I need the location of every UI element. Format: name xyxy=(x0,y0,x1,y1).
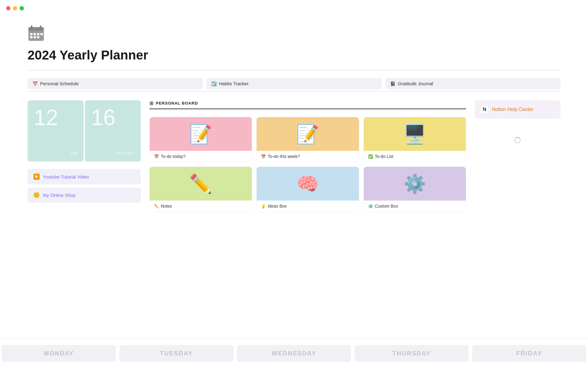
day-thursday[interactable]: THURSDAY xyxy=(355,345,469,362)
tab-bar: 📅 Personal Schedule ☑️ Habits Tracker 📓 … xyxy=(28,78,560,89)
page-icon xyxy=(28,25,560,43)
left-column: 12 PM 16 MONDAY ▶️ Youtube Tutorial Vide… xyxy=(28,100,141,212)
clock-day: MONDAY xyxy=(116,151,135,155)
clock-period: PM xyxy=(71,151,78,155)
board-grid: 📝 📅 To-do today? 📝 📅 To-do this week? xyxy=(149,117,466,212)
my-online-shop-link[interactable]: My Online Shop xyxy=(43,193,76,198)
card-todo-list[interactable]: 🖥️ ✅ To-do List xyxy=(364,117,466,162)
tab-personal-schedule[interactable]: 📅 Personal Schedule xyxy=(28,78,203,89)
card-notes-footer: ✏️ Notes xyxy=(150,201,252,212)
board-grid-icon: ⊞ xyxy=(149,100,153,106)
main-grid: 12 PM 16 MONDAY ▶️ Youtube Tutorial Vide… xyxy=(28,100,560,212)
board-divider xyxy=(149,110,466,111)
main-content: 2024 Yearly Planner 📅 Personal Schedule … xyxy=(0,0,588,236)
clock-minute-panel: 16 MONDAY xyxy=(85,100,141,162)
card-todo-today-icon: 📅 xyxy=(154,154,159,159)
card-custom-box-label: Custom Box xyxy=(375,204,398,209)
links-section: ▶️ Youtube Tutorial Video 🙂 My Online Sh… xyxy=(28,169,141,203)
shop-icon: 🙂 xyxy=(33,192,40,198)
board-title: PERSONAL BOARD xyxy=(156,101,198,105)
card-custom-box-icon: ⚙️ xyxy=(368,204,373,209)
youtube-tutorial-card[interactable]: ▶️ Youtube Tutorial Video xyxy=(28,169,141,184)
day-monday-label: MONDAY xyxy=(43,350,74,357)
board-header: ⊞ PERSONAL BOARD xyxy=(149,100,466,109)
card-todo-list-image: 🖥️ xyxy=(364,117,466,151)
svg-rect-9 xyxy=(30,36,32,38)
youtube-tutorial-link[interactable]: Youtube Tutorial Video xyxy=(43,174,89,179)
svg-rect-10 xyxy=(34,36,36,38)
right-column: N Notion Help Center xyxy=(475,100,560,212)
day-monday[interactable]: MONDAY xyxy=(2,345,116,362)
card-custom-box-image: ⚙️ xyxy=(364,167,466,201)
middle-column: ⊞ PERSONAL BOARD 📝 📅 To-do today? xyxy=(149,100,466,212)
card-ideas-box-label: Ideas Box xyxy=(268,204,287,209)
card-notes-image: ✏️ xyxy=(150,167,252,201)
tab-personal-schedule-label: Personal Schedule xyxy=(40,81,79,86)
card-todo-today-label: To-do today? xyxy=(161,154,186,159)
clock-widget: 12 PM 16 MONDAY xyxy=(28,100,141,162)
clock-hour: 12 xyxy=(34,106,77,128)
tab-habits-tracker-label: Habits Tracker xyxy=(219,81,249,86)
day-friday-label: FRIDAY xyxy=(516,350,542,357)
clock-hour-panel: 12 PM xyxy=(28,100,84,162)
day-tuesday-label: TUESDAY xyxy=(160,350,193,357)
card-todo-week-footer: 📅 To-do this week? xyxy=(257,151,359,162)
svg-rect-3 xyxy=(31,25,32,29)
spinner-animation xyxy=(514,137,521,143)
card-notes-label: Notes xyxy=(161,204,172,209)
card-todo-week[interactable]: 📝 📅 To-do this week? xyxy=(256,117,359,162)
card-ideas-box-footer: 💡 Ideas Box xyxy=(257,201,359,212)
svg-rect-11 xyxy=(37,36,40,38)
card-todo-list-label: To-do List xyxy=(375,154,394,159)
svg-rect-2 xyxy=(28,29,44,31)
card-todo-week-icon: 📅 xyxy=(261,154,266,159)
card-todo-today-footer: 📅 To-do today? xyxy=(150,151,252,162)
tab-gratitude-journal-label: Gratitude Journal xyxy=(398,81,433,86)
card-todo-today[interactable]: 📝 📅 To-do today? xyxy=(149,117,252,162)
traffic-lights xyxy=(6,6,24,10)
notion-icon: N xyxy=(480,105,489,114)
card-todo-list-icon: ✅ xyxy=(368,154,373,159)
card-ideas-box[interactable]: 🧠 💡 Ideas Box xyxy=(256,167,359,212)
my-online-shop-card[interactable]: 🙂 My Online Shop xyxy=(28,187,141,203)
day-bar: MONDAY TUESDAY WEDNESDAY THURSDAY FRIDAY xyxy=(0,339,588,368)
day-friday[interactable]: FRIDAY xyxy=(472,345,586,362)
svg-rect-8 xyxy=(40,33,43,35)
title-divider xyxy=(28,70,560,71)
day-wednesday[interactable]: WEDNESDAY xyxy=(237,345,351,362)
habits-tab-icon: ☑️ xyxy=(211,81,217,86)
youtube-icon: ▶️ xyxy=(33,173,40,180)
svg-rect-7 xyxy=(37,33,40,35)
svg-rect-4 xyxy=(40,25,41,29)
card-todo-today-image: 📝 xyxy=(150,117,252,151)
card-notes[interactable]: ✏️ ✏️ Notes xyxy=(149,167,252,212)
tab-gratitude-journal[interactable]: 📓 Gratitude Journal xyxy=(385,78,560,89)
calendar-tab-icon: 📅 xyxy=(32,81,38,86)
notion-help-label: Notion Help Center xyxy=(492,107,533,112)
journal-tab-icon: 📓 xyxy=(390,81,395,86)
card-todo-week-label: To-do this week? xyxy=(268,154,300,159)
card-custom-box-footer: ⚙️ Custom Box xyxy=(364,201,466,212)
card-ideas-box-icon: 💡 xyxy=(261,204,266,209)
notion-help-card[interactable]: N Notion Help Center xyxy=(475,100,560,119)
day-wednesday-label: WEDNESDAY xyxy=(272,350,316,357)
svg-rect-6 xyxy=(34,33,36,35)
card-todo-list-footer: ✅ To-do List xyxy=(364,151,466,162)
day-thursday-label: THURSDAY xyxy=(392,350,431,357)
card-custom-box[interactable]: ⚙️ ⚙️ Custom Box xyxy=(364,167,466,212)
svg-rect-5 xyxy=(30,33,32,35)
close-button[interactable] xyxy=(6,6,10,10)
day-tuesday[interactable]: TUESDAY xyxy=(119,345,233,362)
clock-minute: 16 xyxy=(91,106,135,128)
minimize-button[interactable] xyxy=(13,6,17,10)
card-todo-week-image: 📝 xyxy=(257,117,359,151)
tab-divider xyxy=(28,91,560,92)
page-title: 2024 Yearly Planner xyxy=(28,48,560,63)
loading-spinner xyxy=(475,137,560,143)
maximize-button[interactable] xyxy=(20,6,24,10)
card-ideas-box-image: 🧠 xyxy=(257,167,359,201)
tab-habits-tracker[interactable]: ☑️ Habits Tracker xyxy=(206,78,382,89)
card-notes-icon: ✏️ xyxy=(154,204,159,209)
